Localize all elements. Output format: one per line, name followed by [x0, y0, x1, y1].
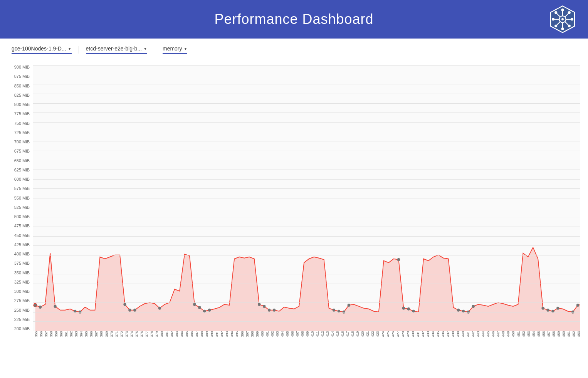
grid-line — [33, 208, 580, 208]
x-axis-label: 384 — [180, 331, 184, 337]
x-axis-label: 390 — [210, 331, 214, 337]
x-axis-label: 459 — [556, 331, 560, 337]
x-axis-label: 375 — [134, 331, 138, 337]
chart-valley-dot — [472, 305, 475, 308]
y-axis-label: 450 MiB — [8, 234, 33, 238]
chart-valley-dot — [263, 305, 265, 308]
grid-line — [33, 312, 580, 312]
x-axis-label: 424 — [381, 331, 385, 337]
chart-valley-dot — [348, 304, 350, 307]
x-axis-label: 405 — [285, 331, 289, 337]
chart-valley-dot — [402, 307, 405, 310]
x-axis-label: 451 — [516, 331, 520, 337]
y-axis-label: 275 MiB — [8, 299, 33, 303]
chart-valley-dot — [133, 309, 136, 312]
chart-valley-dot — [457, 309, 460, 312]
x-axis-label: 431 — [416, 331, 420, 337]
cluster-dropdown[interactable]: gce-100Nodes-1.9-D... ▼ — [12, 45, 72, 54]
grid-line — [33, 321, 580, 322]
x-axis-label: 379 — [155, 331, 158, 337]
metric-dropdown-label: memory — [163, 45, 182, 52]
x-axis-label: 434 — [431, 331, 435, 337]
x-axis-label: 369 — [104, 331, 108, 337]
grid-line — [33, 245, 580, 246]
x-axis-label: 453 — [526, 331, 530, 337]
chart-fill — [35, 96, 580, 331]
x-axis-label: 412 — [321, 331, 324, 337]
x-axis-label: 458 — [551, 331, 555, 337]
job-dropdown-arrow: ▼ — [143, 47, 147, 51]
x-axis-label: 417 — [346, 331, 349, 337]
page-title: Performance Dashboard — [214, 11, 373, 27]
x-axis-label: 389 — [205, 331, 209, 337]
chart-valley-dot — [208, 309, 211, 312]
metric-dropdown-arrow: ▼ — [184, 47, 188, 51]
chart-valley-dot — [333, 309, 335, 312]
grid-line — [33, 65, 580, 66]
y-axis-label: 200 MiB — [8, 327, 33, 331]
y-axis-label: 600 MiB — [8, 177, 33, 181]
grid-line — [33, 160, 580, 160]
x-axis-label: 414 — [331, 331, 334, 337]
x-axis-label: 425 — [386, 331, 390, 337]
y-axis-label: 675 MiB — [8, 149, 33, 153]
x-axis-label: 410 — [311, 331, 314, 337]
x-axis-label: 463 — [576, 331, 580, 337]
x-axis-label: 442 — [471, 331, 475, 337]
x-axis-label: 438 — [451, 331, 455, 337]
x-axis-label: 380 — [160, 331, 163, 337]
y-axis-label: 300 MiB — [8, 289, 33, 294]
x-axis-label: 441 — [466, 331, 470, 337]
x-axis-label: 372 — [119, 331, 123, 337]
x-axis-label: 385 — [185, 331, 189, 337]
chart-valley-dot — [258, 303, 260, 306]
grid-line — [33, 170, 580, 170]
grid-line — [33, 179, 580, 180]
x-axis-label: 373 — [124, 331, 128, 337]
y-axis-label: 775 MiB — [8, 112, 33, 116]
y-axis-label: 850 MiB — [8, 84, 33, 88]
x-axis-label: 402 — [270, 331, 274, 337]
x-axis-label: 371 — [114, 331, 118, 337]
x-axis-label: 355 — [34, 331, 38, 337]
x-axis-label: 374 — [129, 331, 133, 337]
x-axis-label: 359 — [54, 331, 58, 337]
metric-dropdown[interactable]: memory ▼ — [163, 45, 187, 54]
y-axis-label: 825 MiB — [8, 93, 33, 97]
y-axis-label: 875 MiB — [8, 74, 33, 79]
grid-line — [33, 227, 580, 227]
x-axis-label: 444 — [481, 331, 485, 337]
x-axis-label: 394 — [230, 331, 234, 337]
x-axis-label: 357 — [44, 331, 48, 337]
x-axis-label: 408 — [300, 331, 304, 337]
separator-1 — [79, 46, 79, 54]
x-axis-label: 403 — [275, 331, 279, 337]
grid-line — [33, 293, 580, 293]
grid-line — [33, 265, 580, 265]
svg-point-18 — [568, 11, 571, 14]
chart-valley-dot — [39, 306, 42, 309]
x-axis-label: 407 — [295, 331, 299, 337]
x-axis-label: 462 — [571, 331, 575, 337]
y-axis-label: 350 MiB — [8, 271, 33, 275]
x-axis-label: 435 — [436, 331, 440, 337]
x-axis-label: 382 — [170, 331, 174, 337]
svg-point-14 — [552, 18, 554, 20]
job-dropdown-label: etcd-server-e2e-big-b... — [86, 45, 142, 52]
x-axis-label: 455 — [536, 331, 540, 337]
chart-valley-dot — [34, 304, 37, 307]
y-axis-label: 625 MiB — [8, 168, 33, 172]
y-axis-label: 225 MiB — [8, 318, 33, 322]
grid-line — [33, 84, 580, 84]
job-dropdown[interactable]: etcd-server-e2e-big-b... ▼ — [86, 45, 147, 54]
grid-line — [33, 284, 580, 284]
y-axis-label: 375 MiB — [8, 261, 33, 265]
x-axis-label: 429 — [406, 331, 410, 337]
page-header: Performance Dashboard — [0, 0, 588, 39]
x-axis-label: 391 — [215, 331, 219, 337]
chart-valley-dot — [193, 303, 196, 306]
grid-line — [33, 132, 580, 132]
y-axis-label: 475 MiB — [8, 224, 33, 228]
x-axis-label: 448 — [501, 331, 505, 337]
x-axis-label: 445 — [486, 331, 490, 337]
